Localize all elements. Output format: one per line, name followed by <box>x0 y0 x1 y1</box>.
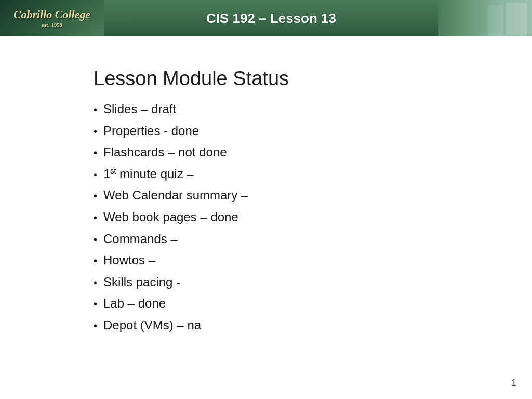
bullet-dot: • <box>94 145 97 160</box>
list-item: • Lab – done <box>94 295 532 312</box>
bullet-dot: • <box>94 318 97 333</box>
bullet-dot: • <box>94 167 97 182</box>
bullet-dot: • <box>94 102 97 117</box>
item-text: Web Calendar summary – <box>103 187 248 204</box>
bullet-list: • Slides – draft • Properties - done • F… <box>94 100 532 334</box>
bullet-dot: • <box>94 232 97 247</box>
list-item: • Depot (VMs) – na <box>94 316 532 334</box>
item-text: Commands – <box>103 230 178 248</box>
list-item: • Skills pacing - <box>94 273 532 291</box>
item-text: Slides – draft <box>103 100 176 118</box>
item-text: Skills pacing - <box>103 273 180 291</box>
superscript-st: st <box>110 167 116 175</box>
item-text: Depot (VMs) – na <box>103 316 201 334</box>
list-item: • 1st minute quiz – <box>94 165 532 183</box>
list-item: • Commands – <box>94 230 532 248</box>
header-logo: Cabrillo College est. 1959 <box>0 0 104 36</box>
bullet-dot: • <box>94 124 97 139</box>
list-item: • Flashcards – not done <box>94 143 532 161</box>
bullet-dot: • <box>94 275 97 290</box>
item-text: Lab – done <box>103 295 166 312</box>
list-item: • Web Calendar summary – <box>94 187 532 204</box>
list-item: • Web book pages – done <box>94 208 532 226</box>
item-text: Flashcards – not done <box>103 143 227 161</box>
bullet-dot: • <box>94 297 97 311</box>
list-item: • Slides – draft <box>94 100 532 118</box>
item-text: 1st minute quiz – <box>103 165 194 183</box>
slide-header-title: CIS 192 – Lesson 13 <box>206 10 336 26</box>
bullet-dot: • <box>94 189 97 203</box>
item-text: Web book pages – done <box>103 208 238 226</box>
main-content: Lesson Module Status • Slides – draft • … <box>0 36 532 399</box>
list-item: • Properties - done <box>94 122 532 140</box>
item-text: Howtos – <box>103 251 155 269</box>
slide-title: Lesson Module Status <box>94 68 532 90</box>
page-number: 1 <box>511 378 516 389</box>
list-item: • Howtos – <box>94 251 532 269</box>
header-decoration <box>438 0 532 36</box>
bullet-dot: • <box>94 210 97 225</box>
header-title-area: CIS 192 – Lesson 13 <box>104 10 438 26</box>
bullet-dot: • <box>94 254 97 268</box>
item-text: Properties - done <box>103 122 199 140</box>
logo-text: Cabrillo College est. 1959 <box>14 8 91 29</box>
header: Cabrillo College est. 1959 CIS 192 – Les… <box>0 0 532 36</box>
